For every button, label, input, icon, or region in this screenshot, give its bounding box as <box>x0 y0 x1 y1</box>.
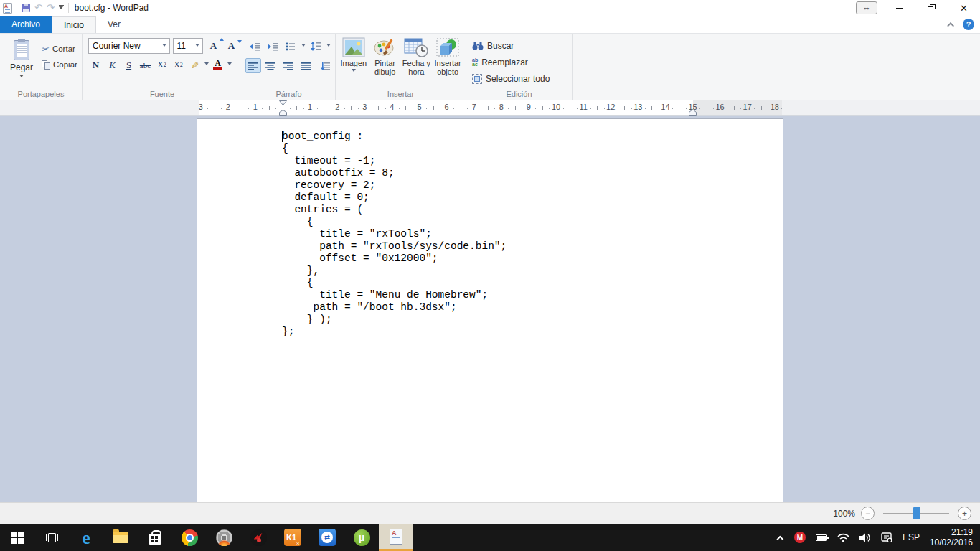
tab-inicio[interactable]: Inicio <box>52 16 96 33</box>
highlight-dropdown-icon[interactable] <box>204 62 209 67</box>
line-spacing-button[interactable] <box>308 39 324 54</box>
paste-button[interactable]: Pegar <box>3 37 40 88</box>
font-color-dropdown-icon[interactable] <box>227 62 232 67</box>
select-all-label: Seleccionar todo <box>486 74 550 84</box>
clock[interactable]: 21:19 10/02/2016 <box>930 527 973 547</box>
clock-time: 21:19 <box>930 527 973 537</box>
increase-indent-button[interactable] <box>265 39 281 54</box>
select-all-button[interactable]: Seleccionar todo <box>472 72 569 85</box>
subscript-button[interactable]: X2 <box>154 57 169 72</box>
ruler-dot <box>699 108 700 109</box>
italic-button[interactable]: K <box>105 57 120 72</box>
zoom-level: 100% <box>833 509 855 519</box>
taskbar-ki3[interactable]: K13 <box>275 524 310 551</box>
taskbar-aimp[interactable] <box>241 524 275 551</box>
window-controls: ⇔ ✕ <box>856 0 980 16</box>
minimize-button[interactable] <box>883 0 915 16</box>
redo-icon[interactable]: ↷ <box>47 3 55 13</box>
zoom-slider[interactable] <box>883 507 949 520</box>
undo-icon[interactable]: ↶ <box>34 3 42 13</box>
align-right-button[interactable] <box>281 58 297 73</box>
paragraph-dialog-button[interactable] <box>317 58 333 73</box>
image-dropdown-icon[interactable] <box>352 69 356 74</box>
copy-button[interactable]: Copiar <box>40 58 79 71</box>
ruler-number: 12 <box>606 103 615 112</box>
list-button[interactable] <box>283 39 298 54</box>
volume-icon[interactable] <box>859 533 871 542</box>
taskbar-file-explorer[interactable] <box>103 524 138 551</box>
taskbar-imgburn[interactable] <box>207 524 241 551</box>
font-color-button[interactable]: A <box>210 57 225 72</box>
strikethrough-button[interactable]: abc <box>138 57 153 72</box>
date-time-button[interactable]: Fecha y hora <box>402 37 432 88</box>
ruler-dot <box>713 108 714 109</box>
document-code[interactable]: boot_config : { timeout = -1; autobootfi… <box>197 119 783 338</box>
paste-dropdown-icon[interactable] <box>19 75 24 80</box>
decrease-indent-button[interactable] <box>247 39 263 54</box>
taskbar-utorrent[interactable]: µ <box>344 524 379 551</box>
tab-archivo[interactable]: Archivo <box>0 16 52 33</box>
cut-button[interactable]: ✂ Cortar <box>40 42 79 55</box>
taskbar-chrome[interactable] <box>172 524 207 551</box>
wifi-icon[interactable] <box>837 533 849 542</box>
tray-expand-icon[interactable] <box>776 535 783 542</box>
align-left-button[interactable] <box>245 58 261 73</box>
zoom-out-button[interactable]: − <box>861 507 875 520</box>
find-button[interactable]: Buscar <box>472 39 569 52</box>
teamviewer-icon: ⇄ <box>319 529 336 546</box>
ruler-dot <box>481 108 481 109</box>
ruler-number: 3 <box>199 103 203 112</box>
grow-font-button[interactable]: A <box>206 39 221 54</box>
ruler-dot <box>358 108 359 109</box>
line-spacing-dropdown-icon[interactable] <box>326 44 331 49</box>
taskbar-edge[interactable]: e <box>69 524 103 551</box>
start-button[interactable] <box>0 524 34 551</box>
help-icon[interactable]: ? <box>963 19 974 30</box>
action-center-icon[interactable] <box>881 532 892 542</box>
justify-button[interactable] <box>299 58 315 73</box>
zoom-thumb[interactable] <box>913 507 920 519</box>
task-view-button[interactable] <box>34 524 69 551</box>
tab-ver[interactable]: Ver <box>96 16 132 33</box>
close-button[interactable]: ✕ <box>948 0 980 16</box>
shrink-font-button[interactable]: A <box>224 39 239 54</box>
wordpad-app-icon[interactable] <box>3 3 12 14</box>
underline-button[interactable]: S <box>121 57 136 72</box>
insert-object-button[interactable]: Insertar objeto <box>433 37 463 88</box>
mega-tray-icon[interactable]: M <box>794 532 806 543</box>
save-icon[interactable] <box>22 4 30 12</box>
taskbar-store[interactable] <box>138 524 172 551</box>
ruler-first-line-indent-marker[interactable] <box>279 100 287 116</box>
list-dropdown-icon[interactable] <box>301 44 306 49</box>
decrease-indent-icon <box>249 42 260 51</box>
restore-button[interactable] <box>915 0 948 16</box>
group-label: Insertar <box>336 90 466 98</box>
ruler-dot <box>563 108 564 109</box>
collapse-ribbon-icon[interactable] <box>947 22 954 29</box>
superscript-button[interactable]: X2 <box>171 57 186 72</box>
font-family-combo[interactable]: Courier New <box>88 38 170 54</box>
font-size-combo[interactable]: 11 <box>173 38 204 54</box>
taskbar-wordpad-active[interactable] <box>379 524 413 551</box>
language-indicator[interactable]: ESP <box>903 532 920 542</box>
zoom-in-button[interactable]: + <box>958 507 971 520</box>
ruler-tick <box>296 106 297 110</box>
paint-drawing-button[interactable]: Pintar dibujo <box>370 37 400 88</box>
taskbar-teamviewer[interactable]: ⇄ <box>310 524 344 551</box>
battery-icon[interactable] <box>816 534 827 541</box>
ruler-dot <box>672 108 673 109</box>
insert-image-button[interactable]: Imagen <box>339 37 369 88</box>
ribbon-tabs: Archivo Inicio Ver ? <box>0 16 980 34</box>
ruler: 321123456789101112131415161718 <box>0 100 980 116</box>
customize-toolbar-icon[interactable] <box>59 5 64 11</box>
highlight-color-button[interactable]: ✎ <box>187 57 202 72</box>
store-icon <box>149 534 161 545</box>
align-center-button[interactable] <box>263 58 279 73</box>
replace-button[interactable]: ab ac Reemplazar <box>472 56 569 69</box>
page[interactable]: boot_config : { timeout = -1; autobootfi… <box>197 119 783 502</box>
ruler-tick <box>215 106 215 110</box>
align-center-icon <box>265 62 276 70</box>
status-bar: 100% − + <box>0 502 980 524</box>
ruler-dot <box>535 108 536 109</box>
bold-button[interactable]: N <box>88 57 103 72</box>
